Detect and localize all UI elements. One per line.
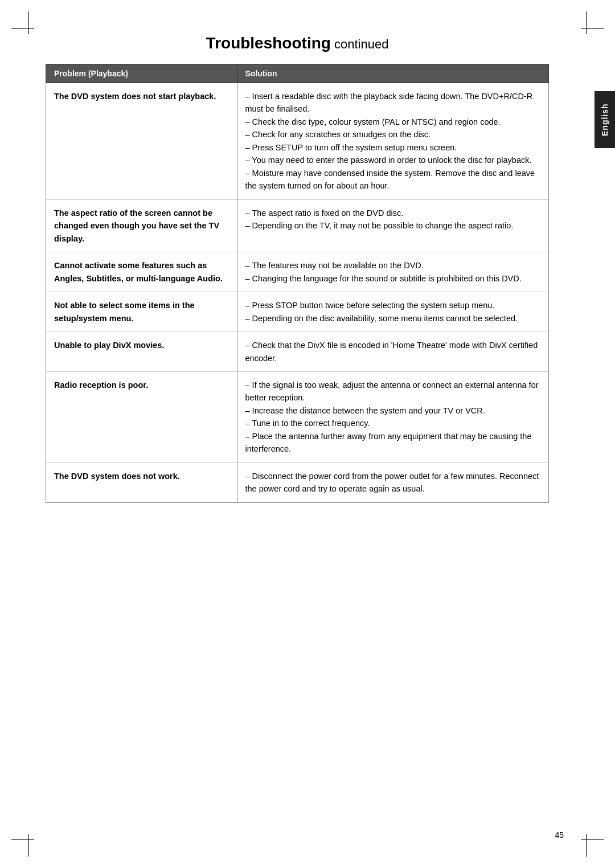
corner-mark-bl-h [11, 839, 34, 840]
corner-mark-tl-h [11, 28, 34, 29]
problem-cell: Radio reception is poor. [46, 371, 237, 462]
table-header-row: Problem (Playback) Solution [46, 64, 549, 83]
problem-cell: Not able to select some items in the set… [46, 292, 237, 332]
problem-column-header: Problem (Playback) [46, 64, 237, 83]
corner-mark-bl-v [28, 834, 29, 857]
troubleshooting-table: Problem (Playback) Solution The DVD syst… [46, 64, 549, 503]
solution-column-header: Solution [237, 64, 548, 83]
table-row: Radio reception is poor.– If the signal … [46, 371, 549, 462]
table-row: Unable to play DivX movies.– Check that … [46, 332, 549, 372]
solution-cell: – The features may not be available on t… [237, 252, 548, 292]
content-table-wrapper: Problem (Playback) Solution The DVD syst… [46, 64, 569, 503]
solution-cell: – If the signal is too weak, adjust the … [237, 371, 548, 462]
page-container: English Troubleshooting continued Proble… [0, 0, 615, 868]
table-row: The aspect ratio of the screen cannot be… [46, 199, 549, 252]
corner-mark-tr-h [581, 28, 604, 29]
corner-mark-tl-v [28, 11, 29, 34]
solution-cell: – Disconnect the power cord from the pow… [237, 462, 548, 502]
language-tab: English [594, 91, 615, 148]
corner-mark-br-h [581, 839, 604, 840]
problem-cell: The DVD system does not work. [46, 462, 237, 502]
table-row: Not able to select some items in the set… [46, 292, 549, 332]
solution-cell: – The aspect ratio is fixed on the DVD d… [237, 199, 548, 252]
problem-cell: Cannot activate some features such as An… [46, 252, 237, 292]
page-title: Troubleshooting continued [46, 34, 569, 52]
page-number: 45 [555, 830, 564, 840]
corner-mark-tr-v [586, 11, 587, 34]
problem-cell: Unable to play DivX movies. [46, 332, 237, 372]
solution-cell: – Check that the DivX file is encoded in… [237, 332, 548, 372]
corner-mark-br-v [586, 834, 587, 857]
table-row: Cannot activate some features such as An… [46, 252, 549, 292]
problem-cell: The aspect ratio of the screen cannot be… [46, 199, 237, 252]
solution-cell: – Press STOP button twice before selecti… [237, 292, 548, 332]
problem-cell: The DVD system does not start playback. [46, 83, 237, 200]
solution-cell: – Insert a readable disc with the playba… [237, 83, 548, 200]
table-row: The DVD system does not work.– Disconnec… [46, 462, 549, 502]
table-row: The DVD system does not start playback.–… [46, 83, 549, 200]
